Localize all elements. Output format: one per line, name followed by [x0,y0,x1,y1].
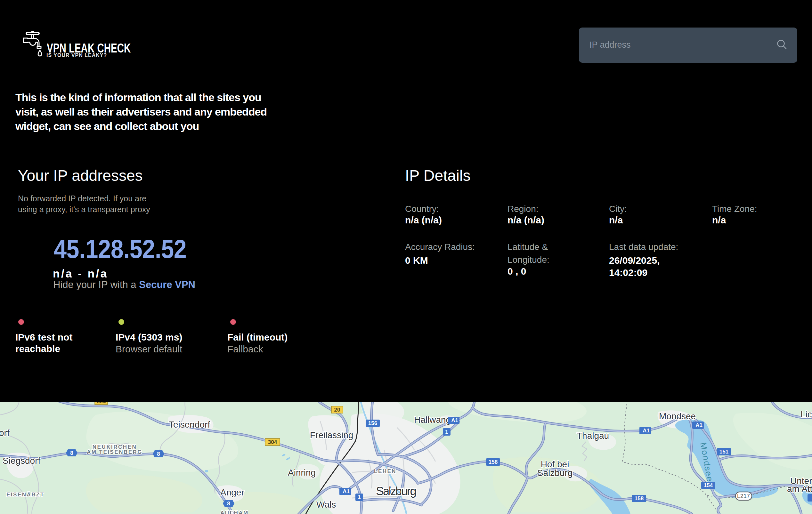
svg-text:Wals: Wals [316,500,336,510]
svg-text:Lichtenberg: Lichtenberg [801,409,812,419]
svg-text:A1: A1 [343,488,350,494]
svg-text:Siegsdorf: Siegsdorf [3,456,41,466]
svg-text:158: 158 [489,459,498,465]
svg-text:304: 304 [268,439,277,445]
svg-text:158: 158 [635,495,644,502]
svg-text:8: 8 [70,450,73,456]
svg-text:Teisendorf: Teisendorf [169,420,210,429]
svg-text:orf: orf [0,428,9,438]
svg-text:EISENÄRZT: EISENÄRZT [6,492,45,498]
svg-text:LEHEN: LEHEN [374,468,397,474]
svg-text:151: 151 [720,449,728,455]
svg-text:1: 1 [358,494,360,500]
svg-text:A1: A1 [695,422,702,428]
svg-text:AUFHAM: AUFHAM [220,510,249,514]
svg-text:8: 8 [227,501,230,507]
svg-text:20: 20 [334,407,340,413]
svg-text:am Attersee: am Attersee [787,484,812,494]
svg-text:Salzburg: Salzburg [376,485,416,498]
svg-text:8: 8 [157,451,160,457]
svg-text:Freilassing: Freilassing [310,430,353,440]
svg-text:Salzburg: Salzburg [537,468,573,478]
svg-text:Anger: Anger [220,487,244,497]
svg-text:A1: A1 [451,417,458,423]
svg-text:Ainring: Ainring [288,467,316,478]
svg-text:AM TEISENBERG: AM TEISENBERG [87,449,143,455]
svg-text:156: 156 [368,420,377,426]
svg-text:564: 564 [97,402,106,404]
svg-text:Thalgau: Thalgau [577,431,609,441]
svg-text:154: 154 [704,482,713,488]
svg-text:L217: L217 [737,493,750,499]
svg-text:1: 1 [445,429,448,435]
svg-text:Mondsee: Mondsee [659,411,696,421]
svg-text:A1: A1 [643,428,650,434]
svg-text:Hallwang: Hallwang [414,415,451,425]
